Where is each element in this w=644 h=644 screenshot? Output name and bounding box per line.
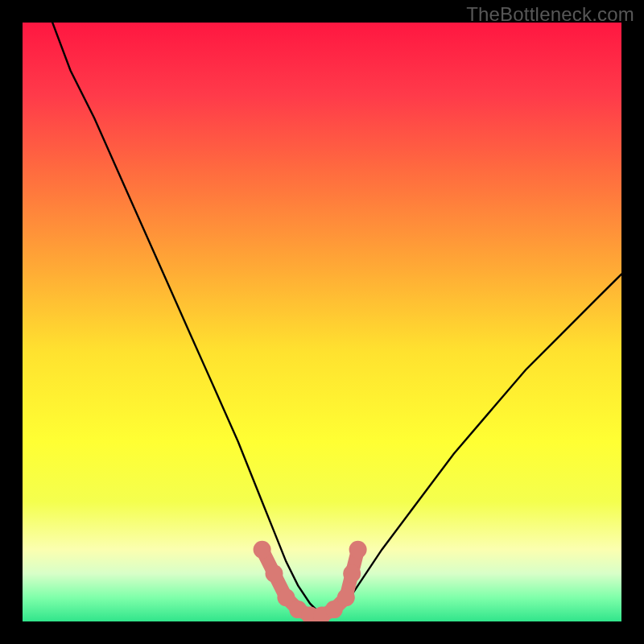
valley-dot	[343, 565, 361, 583]
watermark-label: TheBottleneck.com	[466, 3, 634, 26]
valley-dot	[266, 565, 283, 583]
chart-svg	[23, 23, 621, 621]
chart-frame: TheBottleneck.com	[0, 0, 644, 644]
plot-area	[23, 23, 621, 621]
valley-dot	[337, 588, 355, 606]
valley-dot	[349, 541, 367, 559]
gradient-background	[23, 23, 621, 621]
valley-dot	[254, 541, 271, 559]
